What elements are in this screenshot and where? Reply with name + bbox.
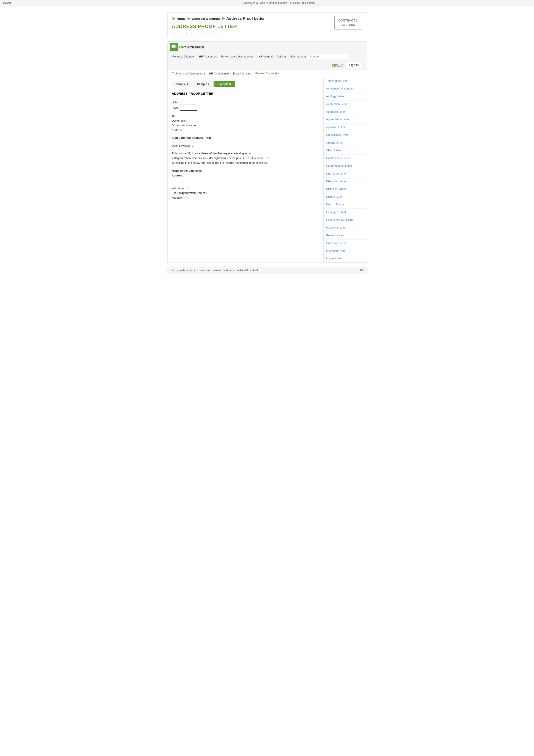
nav-logo: HRHelpBoard bbox=[170, 41, 206, 53]
nav-contract-letters[interactable]: Contract & Letters bbox=[170, 53, 197, 60]
breadcrumb-current: Address Proof Letter bbox=[226, 16, 265, 21]
arrow-icon-2: ➤ bbox=[187, 16, 191, 21]
body-part4: is residing in the below address as per … bbox=[172, 161, 268, 164]
browser-title: Address Proof Letter | Writing, Sample, … bbox=[26, 1, 531, 4]
sidebar-claim[interactable]: Claim Letter bbox=[324, 147, 367, 154]
nav-hr-manual[interactable]: HR Manual bbox=[256, 53, 275, 60]
nav-policies[interactable]: Policies bbox=[275, 53, 289, 60]
list-item: Termination Letter bbox=[324, 77, 367, 85]
nav-hr-processes[interactable]: HR Processes bbox=[197, 53, 219, 60]
list-item: Employee Bond bbox=[324, 208, 367, 216]
footer-bar: http://www.hrhelpboard.com/contract-n-le… bbox=[167, 267, 367, 274]
date-label: Date: bbox=[172, 100, 179, 104]
tab-sample2[interactable]: Sample 2 bbox=[193, 81, 214, 87]
date-blank bbox=[179, 100, 196, 105]
logo-hr: HR bbox=[179, 45, 185, 49]
sidebar-grievance[interactable]: Grievance Letter bbox=[324, 239, 367, 247]
search-input[interactable] bbox=[308, 54, 348, 59]
sidebar-confirmation[interactable]: Confirmation Letter bbox=[324, 154, 367, 162]
sidebar-draft-notice[interactable]: Draft of Notice bbox=[324, 201, 367, 208]
sidebar-employee-bond[interactable]: Employee Bond bbox=[324, 208, 367, 216]
right-sidebar: Termination Letter Announcement Letter A… bbox=[324, 77, 367, 262]
browser-date: 1/3/2017 bbox=[3, 1, 18, 4]
sidebar-experience[interactable]: Experience Certificate bbox=[324, 216, 367, 224]
list-item: Inquiry Letter bbox=[324, 255, 367, 262]
regards-section: With regards, For <<Organization Name>> … bbox=[172, 186, 319, 200]
nav-links: Contract & Letters HR Processes Performa… bbox=[170, 53, 348, 60]
breadcrumb-parent[interactable]: Contract & Letters bbox=[192, 17, 220, 20]
main-letter-col: Sample 1 Sample 2 Sample 3 ADDRESS PROOF… bbox=[167, 77, 324, 262]
list-item: Claim Letter bbox=[324, 147, 367, 154]
tab-sample3[interactable]: Sample 3 bbox=[215, 81, 235, 87]
sidebar-apology[interactable]: Apology Letter bbox=[324, 93, 367, 100]
letter-date-line: Date: bbox=[172, 100, 319, 105]
sidebar-cancellation[interactable]: Cancellation Letter bbox=[324, 131, 367, 139]
sidebar-follow-up[interactable]: Follow Up Letter bbox=[324, 224, 367, 231]
tab-sample1[interactable]: Sample 1 bbox=[172, 81, 192, 87]
address-blank bbox=[184, 173, 214, 178]
sidebar-discharge[interactable]: Discharge Letter bbox=[324, 170, 367, 177]
employee-details: Name of the Employee Address bbox=[172, 169, 319, 183]
sidebar-approval[interactable]: Approval Letter bbox=[324, 123, 367, 131]
breadcrumb-home[interactable]: Home bbox=[177, 17, 186, 20]
nav-performance[interactable]: Performance Management bbox=[219, 53, 256, 60]
sub-nav-blog[interactable]: Blog & Articles bbox=[231, 70, 253, 77]
sub-nav-training[interactable]: Training and Development bbox=[170, 70, 207, 77]
body-bold: <<Name of the Employer>> bbox=[197, 152, 234, 155]
sidebar-appraisal[interactable]: Appraisal Letter bbox=[324, 108, 367, 116]
sidebar-appreciation[interactable]: Appreciation Letter bbox=[324, 116, 367, 123]
logo-text: HRHelpBoard bbox=[179, 45, 204, 49]
sub-nav: Training and Development HR Compliance B… bbox=[167, 70, 367, 77]
logo-helpboard: HelpBoard bbox=[185, 45, 204, 49]
designation: Designation bbox=[172, 118, 319, 123]
list-item: Appraisal Letter bbox=[324, 108, 367, 116]
sign-in-button[interactable]: Sign In bbox=[346, 62, 362, 68]
breadcrumb-left: ➤ Home ➤ Contract & Letters ➤ Address Pr… bbox=[172, 16, 334, 34]
sidebar-termination[interactable]: Termination Letter bbox=[324, 77, 367, 85]
sidebar-list: Termination Letter Announcement Letter A… bbox=[324, 77, 367, 262]
body-part2: working in our bbox=[233, 152, 252, 155]
list-item: Application Letter bbox=[324, 100, 367, 108]
sidebar-increment[interactable]: Increment Letter bbox=[324, 247, 367, 255]
sidebar-dispute[interactable]: Dispute Letter bbox=[324, 193, 367, 201]
letter-place-line: Place: bbox=[172, 106, 319, 111]
sidebar-request[interactable]: Request Letter bbox=[324, 232, 367, 239]
contract-letters-line2: LETTERS bbox=[342, 23, 355, 26]
list-item: Dismissal Order bbox=[324, 185, 367, 193]
list-item: Approval Letter bbox=[324, 123, 367, 131]
org-name: Organization Name bbox=[172, 123, 319, 128]
arrow-icon-1: ➤ bbox=[172, 16, 175, 21]
sidebar-dismissal-letter[interactable]: Dismissal Letter bbox=[324, 178, 367, 185]
sidebar-charge-sheet[interactable]: Charge Sheet bbox=[324, 139, 367, 147]
sub-nav-compliance[interactable]: HR Compliance bbox=[207, 70, 231, 77]
list-item: Congratulation Letter bbox=[324, 162, 367, 170]
letter-title: ADDRESS PROOF LETTER bbox=[172, 91, 319, 96]
page-subtitle: . . . . . . . . . . . . . . . . . . . . … bbox=[172, 31, 334, 34]
address-label: Address bbox=[172, 174, 183, 177]
tabs: Sample 1 Sample 2 Sample 3 bbox=[172, 81, 319, 87]
sign-up-link[interactable]: Sign Up bbox=[332, 63, 343, 67]
sidebar-announcement[interactable]: Announcement Letter bbox=[324, 85, 367, 93]
list-item: Request Letter bbox=[324, 232, 367, 239]
list-item: Apology Letter bbox=[324, 93, 367, 100]
sidebar-congratulation[interactable]: Congratulation Letter bbox=[324, 162, 367, 170]
sidebar-inquiry[interactable]: Inquiry Letter bbox=[324, 255, 367, 262]
list-item: Dismissal Letter bbox=[324, 178, 367, 185]
sub-nav-recent[interactable]: Recent Discussion bbox=[253, 70, 282, 77]
nav-recruitment[interactable]: Recruitment bbox=[289, 53, 308, 60]
sidebar-application[interactable]: Application Letter bbox=[324, 100, 367, 108]
salutation-text: Dear Sir/Madam, bbox=[172, 144, 193, 147]
list-item: Cancellation Letter bbox=[324, 131, 367, 139]
letter-body: ADDRESS PROOF LETTER Date: Place: To, De… bbox=[172, 91, 319, 200]
sidebar-dismissal-order[interactable]: Dismissal Order bbox=[324, 185, 367, 193]
name-label: Name of the Employee bbox=[172, 169, 202, 173]
body-part1: This is to certify that bbox=[172, 152, 197, 155]
contract-letters-box: CONTRACT & LETTERS bbox=[334, 16, 362, 30]
for-line: For <<Organization Name>> bbox=[172, 191, 319, 195]
footer-url: http://www.hrhelpboard.com/contract-n-le… bbox=[171, 269, 258, 272]
nav-right: Sign Up Sign In bbox=[330, 60, 364, 70]
address: Address bbox=[172, 128, 319, 133]
list-item: Grievance Letter bbox=[324, 239, 367, 247]
to-label: To, bbox=[172, 114, 319, 118]
regards-text: With regards, bbox=[172, 186, 319, 191]
